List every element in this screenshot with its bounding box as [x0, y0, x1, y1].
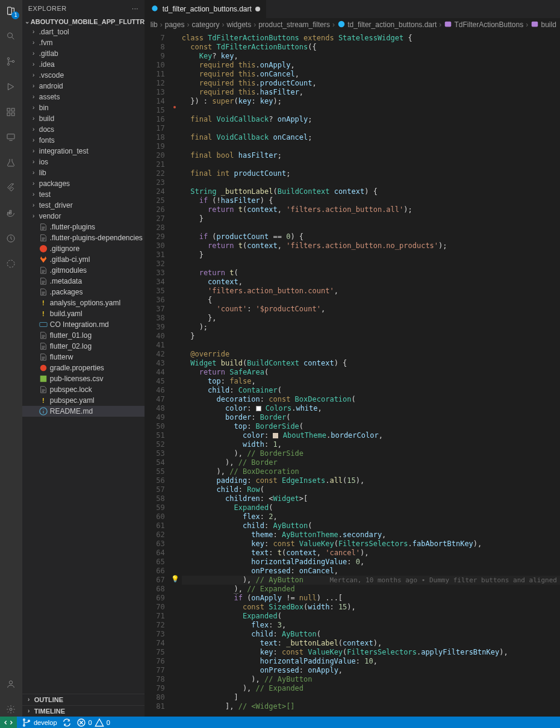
svg-point-14 — [10, 681, 13, 684]
svg-point-22 — [338, 20, 345, 27]
breadcrumb-segment[interactable]: build — [530, 20, 556, 30]
file-item[interactable]: gradle.properties — [22, 362, 145, 373]
svg-rect-5 — [7, 113, 10, 116]
more-icon[interactable]: ··· — [132, 5, 138, 12]
folder-item[interactable]: ›.idea — [22, 59, 145, 70]
remote-button[interactable] — [0, 717, 17, 728]
folder-item[interactable]: ›docs — [22, 124, 145, 135]
timeline-section[interactable]: ›TIMELINE — [22, 705, 145, 717]
folder-item[interactable]: ›assets — [22, 92, 145, 102]
extensions-icon[interactable] — [4, 105, 18, 119]
code-content[interactable]: class TdFilterActionButtons extends Stat… — [178, 31, 560, 717]
outline-section[interactable]: ›OUTLINE — [22, 694, 145, 705]
breadcrumb-segment[interactable]: product_stream_filters — [258, 20, 330, 29]
folder-item[interactable]: ›fonts — [22, 135, 145, 146]
folder-item[interactable]: ›integration_test — [22, 146, 145, 157]
tab-label: td_filter_action_buttons.dart — [163, 5, 252, 13]
branch-indicator[interactable]: develop — [22, 718, 57, 727]
folder-item[interactable]: ›.vscode — [22, 70, 145, 81]
line-gutter: 7891011121314151617181920212223242526272… — [145, 31, 171, 717]
folder-item[interactable]: ›build — [22, 113, 145, 124]
search-icon[interactable] — [4, 29, 18, 43]
breadcrumb-segment[interactable]: widgets — [227, 20, 252, 29]
file-item[interactable]: .gitignore — [22, 243, 145, 254]
svg-rect-24 — [532, 21, 538, 26]
file-item[interactable]: .gitmodules — [22, 265, 145, 276]
folder-item[interactable]: ›bin — [22, 102, 145, 113]
svg-rect-4 — [7, 108, 10, 111]
breadcrumb-segment[interactable]: td_filter_action_buttons.dart — [337, 20, 437, 30]
folder-item[interactable]: ›packages — [22, 178, 145, 189]
file-item[interactable]: pubspec.lock — [22, 384, 145, 395]
folder-item[interactable]: ›lib — [22, 167, 145, 178]
settings-icon[interactable] — [4, 702, 18, 717]
folder-item[interactable]: ›.gitlab — [22, 48, 145, 59]
file-item[interactable]: flutter_02.log — [22, 341, 145, 352]
explorer-icon[interactable]: 1 — [4, 4, 18, 18]
item-label: gradle.properties — [50, 364, 104, 372]
item-label: README.md — [50, 407, 93, 415]
file-item[interactable]: README.md — [22, 406, 145, 417]
accounts-icon[interactable] — [4, 677, 18, 691]
folder-item[interactable]: ›.dart_tool — [22, 26, 145, 37]
flutter-icon[interactable] — [4, 181, 18, 195]
breadcrumb-segment[interactable]: pages — [165, 20, 185, 29]
chevron-right-icon: › — [31, 83, 37, 89]
source-control-icon[interactable] — [4, 54, 18, 69]
item-label: CO Integration.md — [50, 320, 109, 329]
testing-icon[interactable] — [4, 155, 18, 170]
file-type-icon — [39, 266, 48, 275]
item-label: vendor — [39, 212, 61, 220]
svg-rect-19 — [40, 376, 47, 382]
item-label: lib — [39, 169, 46, 177]
chevron-right-icon: › — [31, 51, 37, 57]
breadcrumb-segment[interactable]: TdFilterActionButtons — [444, 20, 523, 30]
svg-point-26 — [23, 724, 25, 726]
folder-item[interactable]: ›test — [22, 189, 145, 200]
file-item[interactable]: !analysis_options.yaml — [22, 297, 145, 308]
item-label: packages — [39, 179, 70, 188]
file-item[interactable]: .gitlab-ci.yml — [22, 254, 145, 265]
file-item[interactable]: flutter_01.log — [22, 330, 145, 341]
file-item[interactable]: pub-licenses.csv — [22, 373, 145, 384]
breadcrumb-segment[interactable]: lib — [151, 20, 158, 29]
file-item[interactable]: .packages — [22, 287, 145, 297]
chevron-right-icon: › — [31, 148, 37, 154]
item-label: flutter_01.log — [50, 331, 92, 340]
remote-explorer-icon[interactable] — [4, 130, 18, 145]
breadcrumb-segment[interactable]: category — [191, 20, 219, 29]
thunder-client-icon[interactable] — [4, 231, 18, 246]
file-item[interactable]: CO Integration.md — [22, 319, 145, 330]
file-type-icon: ! — [39, 397, 48, 404]
run-debug-icon[interactable] — [4, 79, 18, 94]
file-tab[interactable]: td_filter_action_buttons.dart — [145, 0, 267, 18]
file-item[interactable]: .metadata — [22, 276, 145, 287]
svg-point-15 — [10, 708, 12, 711]
docker-icon[interactable] — [4, 206, 18, 220]
live-share-icon[interactable] — [4, 257, 18, 271]
file-item[interactable]: flutterw — [22, 352, 145, 362]
item-label: .flutter-plugins-dependencies — [50, 234, 143, 242]
item-label: build.yaml — [50, 310, 82, 318]
folder-item[interactable]: ›android — [22, 81, 145, 92]
file-item[interactable]: .flutter-plugins — [22, 222, 145, 232]
svg-point-21 — [152, 5, 157, 11]
lightbulb-icon[interactable]: 💡 — [171, 575, 179, 583]
item-label: build — [39, 114, 54, 123]
folder-item[interactable]: ›ios — [22, 157, 145, 167]
breadcrumbs[interactable]: lib›pages›category›widgets›product_strea… — [145, 18, 560, 31]
file-item[interactable]: !build.yaml — [22, 308, 145, 319]
file-item[interactable]: !pubspec.yaml — [22, 395, 145, 406]
folder-item[interactable]: ›vendor — [22, 211, 145, 222]
item-label: pub-licenses.csv — [50, 375, 104, 383]
folder-item[interactable]: ›test_driver — [22, 200, 145, 211]
item-label: ios — [39, 158, 48, 166]
code-editor[interactable]: 7891011121314151617181920212223242526272… — [145, 31, 560, 717]
project-header[interactable]: ⌄ABOUTYOU_MOBILE_APP_FLUTTR — [22, 17, 145, 26]
breakpoint-icon[interactable] — [173, 106, 176, 108]
sync-button[interactable] — [62, 718, 72, 727]
problems-indicator[interactable]: 0 0 — [76, 718, 110, 727]
file-item[interactable]: .flutter-plugins-dependencies — [22, 232, 145, 243]
svg-point-25 — [23, 719, 25, 721]
folder-item[interactable]: ›.fvm — [22, 37, 145, 48]
